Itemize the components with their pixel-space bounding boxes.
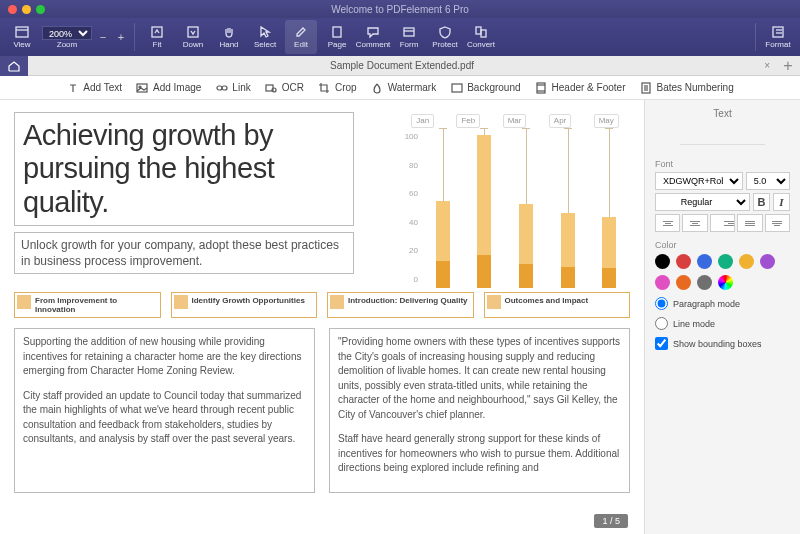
zoom-select[interactable]: 200% [42,26,92,40]
document-tabbar: Sample Document Extended.pdf × + [0,56,800,76]
color-picker-icon[interactable] [718,275,733,290]
body-columns: Supporting the addition of new housing w… [14,328,630,493]
bold-button[interactable]: B [753,193,770,211]
show-bb-input[interactable] [655,337,668,350]
headline-box[interactable]: Achieving growth by pursuing the highest… [14,112,354,226]
comment-button[interactable]: Comment [357,20,389,54]
zoom-control[interactable]: 200% Zoom [42,20,92,54]
add-image-tool[interactable]: Add Image [136,81,201,94]
color-swatch[interactable] [697,254,712,269]
italic-button[interactable]: I [773,193,790,211]
bar-Jan [430,128,456,288]
select-label: Select [254,40,276,49]
color-swatch[interactable] [676,275,691,290]
color-swatch[interactable] [697,275,712,290]
color-swatch[interactable] [655,275,670,290]
bates-tool[interactable]: Bates Numbering [639,81,733,94]
form-button[interactable]: Form [393,20,425,54]
align-right-button[interactable] [710,214,735,232]
close-tab-icon[interactable]: × [764,60,770,71]
align-other-button[interactable] [765,214,790,232]
col1-p1: Supporting the addition of new housing w… [23,335,306,379]
pill-1[interactable]: Identify Growth Opportunities [171,292,318,318]
show-bb-checkbox[interactable]: Show bounding boxes [655,337,790,350]
down-button[interactable]: Down [177,20,209,54]
chart-x-labels: Jan Feb Mar Apr May [400,114,630,128]
page-indicator: 1 / 5 [594,514,628,528]
ocr-tool[interactable]: OCR [265,81,304,94]
section-pills: From Improvement to Innovation Identify … [14,292,630,318]
col2-p2: Staff have heard generally strong suppor… [338,432,621,476]
document-canvas[interactable]: Achieving growth by pursuing the highest… [0,100,644,534]
ribbon-toolbar: View 200% Zoom − + Fit Down Hand Select … [0,18,800,56]
bar-May [596,128,622,288]
pill-3[interactable]: Outcomes and Impact [484,292,631,318]
link-tool[interactable]: Link [215,81,250,94]
background-tool[interactable]: Background [450,81,520,94]
subhead-box[interactable]: Unlock growth for your company, adopt th… [14,232,354,274]
font-family-select[interactable]: XDGWQR+Roboto-Regular [655,172,743,190]
zoom-out-icon[interactable]: − [96,31,110,43]
select-button[interactable]: Select [249,20,281,54]
comment-label: Comment [356,40,391,49]
chart-y-labels: 100 80 60 40 20 0 [400,128,422,288]
hand-button[interactable]: Hand [213,20,245,54]
font-size-select[interactable]: 5.0 [746,172,790,190]
edit-button[interactable]: Edit [285,20,317,54]
color-swatch[interactable] [676,254,691,269]
format-button[interactable]: Format [762,20,794,54]
color-swatch[interactable] [760,254,775,269]
color-swatch[interactable] [739,254,754,269]
color-swatch[interactable] [718,254,733,269]
svg-rect-4 [333,27,341,37]
minimize-window-icon[interactable] [22,5,31,14]
color-label: Color [655,240,790,250]
view-button[interactable]: View [6,20,38,54]
paragraph-mode-radio[interactable]: Paragraph mode [655,297,790,310]
add-tab-button[interactable]: + [776,57,800,75]
font-label: Font [655,159,790,169]
watermark-tool[interactable]: Watermark [371,81,437,94]
document-tab-label: Sample Document Extended.pdf [330,60,474,71]
align-justify-button[interactable] [737,214,762,232]
zoom-in-icon[interactable]: + [114,31,128,43]
protect-label: Protect [432,40,457,49]
line-mode-radio[interactable]: Line mode [655,317,790,330]
window-controls [8,5,45,14]
document-tab[interactable]: Sample Document Extended.pdf × [28,60,776,71]
view-label: View [13,40,30,49]
font-weight-select[interactable]: Regular [655,193,750,211]
column-right[interactable]: "Providing home owners with these types … [329,328,630,493]
align-center-button[interactable] [682,214,707,232]
edit-label: Edit [294,40,308,49]
align-left-button[interactable] [655,214,680,232]
column-left[interactable]: Supporting the addition of new housing w… [14,328,315,493]
panel-handle[interactable] [680,133,765,145]
color-swatch[interactable] [655,254,670,269]
svg-rect-5 [404,28,414,36]
svg-rect-0 [16,27,28,37]
close-window-icon[interactable] [8,5,17,14]
panel-title: Text [655,108,790,119]
home-tab[interactable] [0,56,28,76]
svg-rect-8 [481,30,486,37]
titlebar: Welcome to PDFelement 6 Pro [0,0,800,18]
maximize-window-icon[interactable] [36,5,45,14]
subhead-text: Unlock growth for your company, adopt th… [21,238,339,268]
line-mode-input[interactable] [655,317,668,330]
svg-rect-9 [773,27,783,37]
svg-rect-18 [452,84,462,92]
chart-bars [422,128,630,288]
page-button[interactable]: Page [321,20,353,54]
add-text-tool[interactable]: Add Text [66,81,122,94]
crop-tool[interactable]: Crop [318,81,357,94]
fit-button[interactable]: Fit [141,20,173,54]
headline-text: Achieving growth by pursuing the highest… [23,119,274,218]
hand-label: Hand [219,40,238,49]
header-footer-tool[interactable]: Header & Footer [535,81,626,94]
pill-2[interactable]: Introduction: Delivering Quality [327,292,474,318]
pill-0[interactable]: From Improvement to Innovation [14,292,161,318]
protect-button[interactable]: Protect [429,20,461,54]
convert-button[interactable]: Convert [465,20,497,54]
paragraph-mode-input[interactable] [655,297,668,310]
